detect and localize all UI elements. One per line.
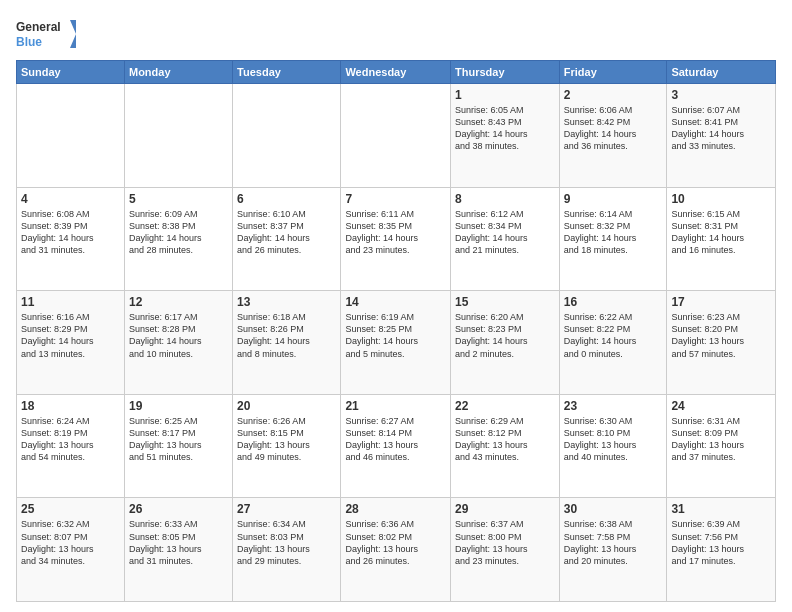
- calendar-cell: 2Sunrise: 6:06 AM Sunset: 8:42 PM Daylig…: [559, 84, 667, 188]
- day-info: Sunrise: 6:08 AM Sunset: 8:39 PM Dayligh…: [21, 208, 120, 257]
- calendar-cell: [233, 84, 341, 188]
- day-info: Sunrise: 6:09 AM Sunset: 8:38 PM Dayligh…: [129, 208, 228, 257]
- weekday-header-wednesday: Wednesday: [341, 61, 451, 84]
- day-info: Sunrise: 6:18 AM Sunset: 8:26 PM Dayligh…: [237, 311, 336, 360]
- day-number: 8: [455, 192, 555, 206]
- calendar-cell: 12Sunrise: 6:17 AM Sunset: 8:28 PM Dayli…: [124, 291, 232, 395]
- calendar-cell: 7Sunrise: 6:11 AM Sunset: 8:35 PM Daylig…: [341, 187, 451, 291]
- svg-marker-2: [70, 20, 76, 48]
- day-number: 31: [671, 502, 771, 516]
- page: General Blue SundayMondayTuesdayWednesda…: [0, 0, 792, 612]
- weekday-header-tuesday: Tuesday: [233, 61, 341, 84]
- calendar-week-2: 4Sunrise: 6:08 AM Sunset: 8:39 PM Daylig…: [17, 187, 776, 291]
- day-number: 9: [564, 192, 663, 206]
- day-number: 25: [21, 502, 120, 516]
- day-number: 13: [237, 295, 336, 309]
- day-number: 21: [345, 399, 446, 413]
- day-number: 17: [671, 295, 771, 309]
- day-info: Sunrise: 6:06 AM Sunset: 8:42 PM Dayligh…: [564, 104, 663, 153]
- calendar-cell: 26Sunrise: 6:33 AM Sunset: 8:05 PM Dayli…: [124, 498, 232, 602]
- calendar-cell: 20Sunrise: 6:26 AM Sunset: 8:15 PM Dayli…: [233, 394, 341, 498]
- calendar-cell: 21Sunrise: 6:27 AM Sunset: 8:14 PM Dayli…: [341, 394, 451, 498]
- day-info: Sunrise: 6:11 AM Sunset: 8:35 PM Dayligh…: [345, 208, 446, 257]
- day-number: 24: [671, 399, 771, 413]
- calendar-cell: 29Sunrise: 6:37 AM Sunset: 8:00 PM Dayli…: [451, 498, 560, 602]
- calendar-cell: 17Sunrise: 6:23 AM Sunset: 8:20 PM Dayli…: [667, 291, 776, 395]
- calendar-week-1: 1Sunrise: 6:05 AM Sunset: 8:43 PM Daylig…: [17, 84, 776, 188]
- calendar-cell: 5Sunrise: 6:09 AM Sunset: 8:38 PM Daylig…: [124, 187, 232, 291]
- calendar-header: SundayMondayTuesdayWednesdayThursdayFrid…: [17, 61, 776, 84]
- day-info: Sunrise: 6:07 AM Sunset: 8:41 PM Dayligh…: [671, 104, 771, 153]
- calendar-body: 1Sunrise: 6:05 AM Sunset: 8:43 PM Daylig…: [17, 84, 776, 602]
- day-info: Sunrise: 6:30 AM Sunset: 8:10 PM Dayligh…: [564, 415, 663, 464]
- day-number: 10: [671, 192, 771, 206]
- calendar-cell: 16Sunrise: 6:22 AM Sunset: 8:22 PM Dayli…: [559, 291, 667, 395]
- day-info: Sunrise: 6:16 AM Sunset: 8:29 PM Dayligh…: [21, 311, 120, 360]
- day-number: 19: [129, 399, 228, 413]
- calendar-cell: 6Sunrise: 6:10 AM Sunset: 8:37 PM Daylig…: [233, 187, 341, 291]
- day-info: Sunrise: 6:19 AM Sunset: 8:25 PM Dayligh…: [345, 311, 446, 360]
- day-info: Sunrise: 6:37 AM Sunset: 8:00 PM Dayligh…: [455, 518, 555, 567]
- day-info: Sunrise: 6:34 AM Sunset: 8:03 PM Dayligh…: [237, 518, 336, 567]
- calendar-week-4: 18Sunrise: 6:24 AM Sunset: 8:19 PM Dayli…: [17, 394, 776, 498]
- calendar-cell: [124, 84, 232, 188]
- weekday-header-saturday: Saturday: [667, 61, 776, 84]
- day-number: 15: [455, 295, 555, 309]
- day-info: Sunrise: 6:32 AM Sunset: 8:07 PM Dayligh…: [21, 518, 120, 567]
- day-number: 5: [129, 192, 228, 206]
- calendar-cell: 28Sunrise: 6:36 AM Sunset: 8:02 PM Dayli…: [341, 498, 451, 602]
- calendar-cell: 9Sunrise: 6:14 AM Sunset: 8:32 PM Daylig…: [559, 187, 667, 291]
- day-info: Sunrise: 6:24 AM Sunset: 8:19 PM Dayligh…: [21, 415, 120, 464]
- day-number: 23: [564, 399, 663, 413]
- day-info: Sunrise: 6:14 AM Sunset: 8:32 PM Dayligh…: [564, 208, 663, 257]
- weekday-header-friday: Friday: [559, 61, 667, 84]
- day-number: 4: [21, 192, 120, 206]
- calendar-cell: [341, 84, 451, 188]
- svg-text:Blue: Blue: [16, 35, 42, 49]
- calendar-cell: 15Sunrise: 6:20 AM Sunset: 8:23 PM Dayli…: [451, 291, 560, 395]
- day-number: 7: [345, 192, 446, 206]
- day-number: 22: [455, 399, 555, 413]
- calendar-cell: 27Sunrise: 6:34 AM Sunset: 8:03 PM Dayli…: [233, 498, 341, 602]
- calendar-cell: 18Sunrise: 6:24 AM Sunset: 8:19 PM Dayli…: [17, 394, 125, 498]
- calendar-cell: 8Sunrise: 6:12 AM Sunset: 8:34 PM Daylig…: [451, 187, 560, 291]
- calendar-cell: 23Sunrise: 6:30 AM Sunset: 8:10 PM Dayli…: [559, 394, 667, 498]
- weekday-header-sunday: Sunday: [17, 61, 125, 84]
- day-number: 6: [237, 192, 336, 206]
- weekday-header-monday: Monday: [124, 61, 232, 84]
- calendar-cell: 14Sunrise: 6:19 AM Sunset: 8:25 PM Dayli…: [341, 291, 451, 395]
- day-info: Sunrise: 6:20 AM Sunset: 8:23 PM Dayligh…: [455, 311, 555, 360]
- calendar-cell: 22Sunrise: 6:29 AM Sunset: 8:12 PM Dayli…: [451, 394, 560, 498]
- calendar-cell: [17, 84, 125, 188]
- day-info: Sunrise: 6:33 AM Sunset: 8:05 PM Dayligh…: [129, 518, 228, 567]
- day-info: Sunrise: 6:15 AM Sunset: 8:31 PM Dayligh…: [671, 208, 771, 257]
- calendar-cell: 3Sunrise: 6:07 AM Sunset: 8:41 PM Daylig…: [667, 84, 776, 188]
- day-info: Sunrise: 6:39 AM Sunset: 7:56 PM Dayligh…: [671, 518, 771, 567]
- calendar-cell: 4Sunrise: 6:08 AM Sunset: 8:39 PM Daylig…: [17, 187, 125, 291]
- day-info: Sunrise: 6:25 AM Sunset: 8:17 PM Dayligh…: [129, 415, 228, 464]
- calendar-cell: 25Sunrise: 6:32 AM Sunset: 8:07 PM Dayli…: [17, 498, 125, 602]
- day-info: Sunrise: 6:26 AM Sunset: 8:15 PM Dayligh…: [237, 415, 336, 464]
- day-number: 20: [237, 399, 336, 413]
- day-info: Sunrise: 6:22 AM Sunset: 8:22 PM Dayligh…: [564, 311, 663, 360]
- calendar-cell: 13Sunrise: 6:18 AM Sunset: 8:26 PM Dayli…: [233, 291, 341, 395]
- calendar-cell: 19Sunrise: 6:25 AM Sunset: 8:17 PM Dayli…: [124, 394, 232, 498]
- day-info: Sunrise: 6:31 AM Sunset: 8:09 PM Dayligh…: [671, 415, 771, 464]
- day-number: 28: [345, 502, 446, 516]
- calendar-cell: 30Sunrise: 6:38 AM Sunset: 7:58 PM Dayli…: [559, 498, 667, 602]
- day-number: 29: [455, 502, 555, 516]
- calendar-cell: 1Sunrise: 6:05 AM Sunset: 8:43 PM Daylig…: [451, 84, 560, 188]
- day-info: Sunrise: 6:27 AM Sunset: 8:14 PM Dayligh…: [345, 415, 446, 464]
- calendar-cell: 31Sunrise: 6:39 AM Sunset: 7:56 PM Dayli…: [667, 498, 776, 602]
- day-info: Sunrise: 6:38 AM Sunset: 7:58 PM Dayligh…: [564, 518, 663, 567]
- calendar-cell: 24Sunrise: 6:31 AM Sunset: 8:09 PM Dayli…: [667, 394, 776, 498]
- logo: General Blue: [16, 16, 76, 52]
- day-number: 16: [564, 295, 663, 309]
- day-number: 27: [237, 502, 336, 516]
- svg-text:General: General: [16, 20, 61, 34]
- day-number: 30: [564, 502, 663, 516]
- day-number: 1: [455, 88, 555, 102]
- day-number: 11: [21, 295, 120, 309]
- day-number: 12: [129, 295, 228, 309]
- day-info: Sunrise: 6:12 AM Sunset: 8:34 PM Dayligh…: [455, 208, 555, 257]
